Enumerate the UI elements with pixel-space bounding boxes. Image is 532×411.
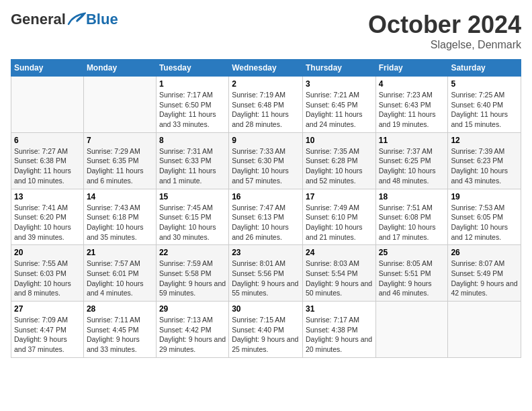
location-label: Slagelse, Denmark (368, 39, 521, 51)
weekday-header: Saturday (448, 60, 521, 77)
day-info: Sunrise: 7:25 AMSunset: 6:40 PMDaylight:… (451, 90, 518, 130)
calendar-cell (83, 77, 156, 133)
weekday-header: Friday (375, 60, 448, 77)
day-number: 22 (159, 248, 226, 257)
calendar-week-row: 27Sunrise: 7:09 AMSunset: 4:47 PMDayligh… (11, 302, 521, 358)
calendar-cell: 16Sunrise: 7:47 AMSunset: 6:13 PMDayligh… (229, 189, 303, 245)
calendar-cell: 22Sunrise: 7:59 AMSunset: 5:58 PMDayligh… (156, 245, 228, 302)
calendar-cell: 3Sunrise: 7:21 AMSunset: 6:45 PMDaylight… (302, 77, 375, 133)
day-info: Sunrise: 7:45 AMSunset: 6:15 PMDaylight:… (159, 203, 226, 242)
day-number: 7 (87, 136, 153, 145)
day-info: Sunrise: 8:03 AMSunset: 5:54 PMDaylight:… (306, 259, 373, 298)
day-info: Sunrise: 7:53 AMSunset: 6:05 PMDaylight:… (451, 203, 518, 242)
calendar-cell: 28Sunrise: 7:11 AMSunset: 4:45 PMDayligh… (83, 302, 156, 358)
day-number: 26 (451, 248, 518, 257)
day-info: Sunrise: 7:29 AMSunset: 6:35 PMDaylight:… (87, 146, 153, 186)
day-number: 31 (306, 304, 373, 314)
weekday-header: Thursday (302, 60, 375, 77)
title-block: October 2024 Slagelse, Denmark (368, 11, 521, 51)
calendar-table: SundayMondayTuesdayWednesdayThursdayFrid… (11, 59, 521, 358)
day-info: Sunrise: 7:51 AMSunset: 6:08 PMDaylight:… (379, 203, 445, 242)
day-number: 17 (306, 192, 373, 201)
logo-bird-icon (67, 12, 86, 27)
day-number: 2 (232, 79, 300, 89)
day-info: Sunrise: 7:49 AMSunset: 6:10 PMDaylight:… (306, 203, 373, 242)
calendar-cell: 31Sunrise: 7:17 AMSunset: 4:38 PMDayligh… (302, 302, 375, 358)
day-number: 19 (451, 192, 518, 201)
calendar-cell: 10Sunrise: 7:35 AMSunset: 6:28 PMDayligh… (302, 132, 375, 189)
calendar-week-row: 13Sunrise: 7:41 AMSunset: 6:20 PMDayligh… (11, 189, 521, 245)
calendar-cell: 11Sunrise: 7:37 AMSunset: 6:25 PMDayligh… (375, 132, 448, 189)
day-number: 27 (14, 304, 81, 314)
day-number: 11 (379, 136, 445, 145)
calendar-cell (448, 302, 521, 358)
day-number: 14 (87, 192, 153, 201)
page-header: General Blue October 2024 Slagelse, Denm… (11, 11, 521, 51)
calendar-cell: 26Sunrise: 8:07 AMSunset: 5:49 PMDayligh… (448, 245, 521, 302)
calendar-cell: 24Sunrise: 8:03 AMSunset: 5:54 PMDayligh… (302, 245, 375, 302)
calendar-cell: 19Sunrise: 7:53 AMSunset: 6:05 PMDayligh… (448, 189, 521, 245)
calendar-cell: 8Sunrise: 7:31 AMSunset: 6:33 PMDaylight… (156, 132, 228, 189)
day-info: Sunrise: 7:17 AMSunset: 4:38 PMDaylight:… (306, 315, 373, 355)
day-number: 21 (87, 248, 153, 257)
day-info: Sunrise: 7:59 AMSunset: 5:58 PMDaylight:… (159, 259, 226, 298)
calendar-cell (11, 77, 84, 133)
calendar-cell: 30Sunrise: 7:15 AMSunset: 4:40 PMDayligh… (229, 302, 303, 358)
calendar-cell: 12Sunrise: 7:39 AMSunset: 6:23 PMDayligh… (448, 132, 521, 189)
day-number: 25 (379, 248, 445, 257)
calendar-cell: 29Sunrise: 7:13 AMSunset: 4:42 PMDayligh… (156, 302, 228, 358)
day-number: 5 (451, 79, 518, 89)
weekday-header: Monday (83, 60, 156, 77)
day-number: 12 (451, 136, 518, 145)
calendar-cell: 27Sunrise: 7:09 AMSunset: 4:47 PMDayligh… (11, 302, 84, 358)
day-number: 20 (14, 248, 81, 257)
day-info: Sunrise: 7:57 AMSunset: 6:01 PMDaylight:… (87, 259, 153, 298)
calendar-cell (375, 302, 448, 358)
calendar-cell: 9Sunrise: 7:33 AMSunset: 6:30 PMDaylight… (229, 132, 303, 189)
day-info: Sunrise: 7:43 AMSunset: 6:18 PMDaylight:… (87, 203, 153, 242)
day-info: Sunrise: 8:07 AMSunset: 5:49 PMDaylight:… (451, 259, 518, 298)
calendar-cell: 20Sunrise: 7:55 AMSunset: 6:03 PMDayligh… (11, 245, 84, 302)
weekday-header: Wednesday (229, 60, 303, 77)
day-info: Sunrise: 7:55 AMSunset: 6:03 PMDaylight:… (14, 259, 81, 298)
day-info: Sunrise: 7:13 AMSunset: 4:42 PMDaylight:… (159, 315, 226, 355)
day-number: 16 (232, 192, 300, 201)
weekday-header: Sunday (11, 60, 84, 77)
calendar-week-row: 20Sunrise: 7:55 AMSunset: 6:03 PMDayligh… (11, 245, 521, 302)
day-info: Sunrise: 7:17 AMSunset: 6:50 PMDaylight:… (159, 90, 226, 130)
day-info: Sunrise: 7:31 AMSunset: 6:33 PMDaylight:… (159, 146, 226, 186)
day-info: Sunrise: 7:47 AMSunset: 6:13 PMDaylight:… (232, 203, 300, 242)
day-number: 23 (232, 248, 300, 257)
calendar-cell: 18Sunrise: 7:51 AMSunset: 6:08 PMDayligh… (375, 189, 448, 245)
day-number: 1 (159, 79, 226, 89)
calendar-cell: 5Sunrise: 7:25 AMSunset: 6:40 PMDaylight… (448, 77, 521, 133)
calendar-cell: 17Sunrise: 7:49 AMSunset: 6:10 PMDayligh… (302, 189, 375, 245)
logo-general-text: General (11, 11, 66, 28)
logo: General Blue (11, 11, 118, 28)
day-info: Sunrise: 7:41 AMSunset: 6:20 PMDaylight:… (14, 203, 81, 242)
day-number: 30 (232, 304, 300, 314)
day-number: 13 (14, 192, 81, 201)
day-info: Sunrise: 8:05 AMSunset: 5:51 PMDaylight:… (379, 259, 445, 298)
weekday-header: Tuesday (156, 60, 228, 77)
calendar-cell: 4Sunrise: 7:23 AMSunset: 6:43 PMDaylight… (375, 77, 448, 133)
day-info: Sunrise: 7:11 AMSunset: 4:45 PMDaylight:… (87, 315, 153, 355)
day-number: 9 (232, 136, 300, 145)
day-info: Sunrise: 7:15 AMSunset: 4:40 PMDaylight:… (232, 315, 300, 355)
day-info: Sunrise: 7:19 AMSunset: 6:48 PMDaylight:… (232, 90, 300, 130)
day-info: Sunrise: 7:27 AMSunset: 6:38 PMDaylight:… (14, 146, 81, 186)
day-info: Sunrise: 7:37 AMSunset: 6:25 PMDaylight:… (379, 146, 445, 186)
calendar-cell: 1Sunrise: 7:17 AMSunset: 6:50 PMDaylight… (156, 77, 228, 133)
calendar-cell: 14Sunrise: 7:43 AMSunset: 6:18 PMDayligh… (83, 189, 156, 245)
day-number: 6 (14, 136, 81, 145)
calendar-cell: 23Sunrise: 8:01 AMSunset: 5:56 PMDayligh… (229, 245, 303, 302)
calendar-cell: 7Sunrise: 7:29 AMSunset: 6:35 PMDaylight… (83, 132, 156, 189)
month-title: October 2024 (368, 11, 521, 39)
day-info: Sunrise: 7:09 AMSunset: 4:47 PMDaylight:… (14, 315, 81, 355)
day-info: Sunrise: 7:39 AMSunset: 6:23 PMDaylight:… (451, 146, 518, 186)
calendar-cell: 13Sunrise: 7:41 AMSunset: 6:20 PMDayligh… (11, 189, 84, 245)
calendar-cell: 21Sunrise: 7:57 AMSunset: 6:01 PMDayligh… (83, 245, 156, 302)
day-info: Sunrise: 7:21 AMSunset: 6:45 PMDaylight:… (306, 90, 373, 130)
calendar-header-row: SundayMondayTuesdayWednesdayThursdayFrid… (11, 60, 521, 77)
day-number: 24 (306, 248, 373, 257)
